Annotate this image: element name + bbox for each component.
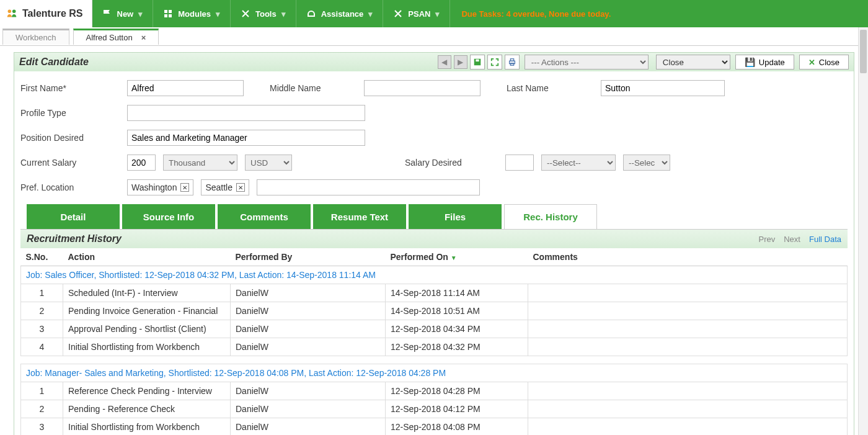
close-button[interactable]: ✕ Close bbox=[799, 55, 849, 70]
current-salary-input[interactable] bbox=[127, 155, 156, 171]
history-row: 2Pending - Reference CheckDanielW12-Sep-… bbox=[21, 400, 848, 418]
svg-point-1 bbox=[12, 10, 16, 13]
menu-assistance[interactable]: Assistance ▾ bbox=[296, 0, 384, 27]
recruitment-history-panel: Recruitment History Prev Next Full Data … bbox=[20, 229, 848, 435]
salary-unit-select[interactable]: Thousand bbox=[163, 155, 237, 171]
cell-comments bbox=[528, 320, 848, 338]
menu-label: Tools bbox=[255, 9, 277, 19]
cell-action: Scheduled (Int-F) - Interview bbox=[63, 284, 231, 302]
job-header-row[interactable]: Job: Sales Officer, Shortlisted: 12-Sep-… bbox=[21, 266, 848, 284]
location-chip-seattle: Seattle ✕ bbox=[201, 179, 249, 195]
cell-on: 12-Sep-2018 04:34 PM bbox=[386, 320, 528, 338]
history-row: 1Scheduled (Int-F) - InterviewDanielW14-… bbox=[21, 284, 848, 302]
subtab-comments[interactable]: Comments bbox=[218, 204, 311, 229]
menu-modules[interactable]: Modules ▾ bbox=[153, 0, 231, 27]
profile-type-input[interactable] bbox=[127, 105, 365, 121]
svg-rect-3 bbox=[169, 10, 172, 13]
cell-on: 12-Sep-2018 04:32 PM bbox=[386, 338, 528, 356]
first-name-label: First Name* bbox=[20, 83, 120, 93]
close-icon[interactable]: × bbox=[141, 33, 146, 42]
middle-name-input[interactable] bbox=[364, 80, 480, 96]
cell-action: Initial Shortlisting from Workbench bbox=[63, 338, 231, 356]
menu-psan[interactable]: PSAN ▾ bbox=[383, 0, 450, 27]
col-label: Performed On bbox=[391, 252, 448, 262]
vertical-scrollbar[interactable] bbox=[858, 27, 868, 435]
cell-on: 12-Sep-2018 04:08 PM bbox=[386, 418, 528, 436]
cell-sno: 2 bbox=[21, 302, 63, 320]
chevron-down-icon: ▾ bbox=[216, 9, 220, 19]
expand-icon-button[interactable] bbox=[487, 55, 502, 70]
subtab-resume-text[interactable]: Resume Text bbox=[313, 204, 406, 229]
location-add-input[interactable] bbox=[257, 179, 480, 195]
salary-desired-currency-select[interactable]: --Selec bbox=[623, 155, 670, 171]
candidate-subtabs: Detail Source Info Comments Resume Text … bbox=[20, 204, 848, 229]
history-table: S.No. Action Performed By Performed On▼ … bbox=[20, 248, 848, 435]
scrollbar-thumb[interactable] bbox=[860, 30, 867, 73]
chevron-down-icon: ▾ bbox=[138, 9, 143, 19]
cell-by: DanielW bbox=[231, 320, 386, 338]
cell-sno: 1 bbox=[21, 382, 63, 400]
cell-comments bbox=[528, 284, 848, 302]
actions-dropdown[interactable]: --- Actions --- bbox=[525, 55, 649, 70]
wrench-icon bbox=[393, 9, 403, 19]
cell-by: DanielW bbox=[231, 284, 386, 302]
col-action[interactable]: Action bbox=[63, 248, 231, 266]
subtab-detail[interactable]: Detail bbox=[27, 204, 120, 229]
middle-name-label: Middle Name bbox=[270, 83, 356, 93]
chevron-down-icon: ▾ bbox=[435, 9, 440, 19]
save-icon-button[interactable] bbox=[470, 55, 485, 70]
history-title: Recruitment History bbox=[27, 233, 750, 244]
update-button[interactable]: 💾 Update bbox=[735, 55, 794, 70]
salary-currency-select[interactable]: USD bbox=[245, 155, 292, 171]
cell-by: DanielW bbox=[231, 302, 386, 320]
menu-label: Assistance bbox=[321, 9, 364, 19]
history-row: 2Pending Invoice Generation - FinancialD… bbox=[21, 302, 848, 320]
menu-label: New bbox=[117, 9, 134, 19]
salary-desired-unit-select[interactable]: --Select-- bbox=[541, 155, 616, 171]
subtab-rec-history[interactable]: Rec. History bbox=[504, 204, 597, 229]
history-next-link[interactable]: Next bbox=[784, 235, 800, 244]
cell-comments bbox=[528, 400, 848, 418]
col-performed-on[interactable]: Performed On▼ bbox=[386, 248, 528, 266]
tab-candidate[interactable]: Alfred Sutton × bbox=[73, 29, 159, 45]
first-name-input[interactable] bbox=[127, 80, 244, 96]
puzzle-icon bbox=[163, 9, 173, 19]
candidate-form: First Name* Middle Name Last Name Profil… bbox=[14, 71, 854, 435]
cell-by: DanielW bbox=[231, 382, 386, 400]
subtab-source-info[interactable]: Source Info bbox=[122, 204, 215, 229]
disk-icon bbox=[473, 58, 482, 66]
subtab-files[interactable]: Files bbox=[409, 204, 502, 229]
remove-chip-icon[interactable]: ✕ bbox=[236, 183, 245, 192]
notification-text: Due Tasks: 4 overdue, None due today. bbox=[461, 9, 611, 19]
history-full-data-link[interactable]: Full Data bbox=[809, 235, 841, 244]
next-record-button[interactable]: ▶ bbox=[454, 55, 467, 69]
svg-rect-10 bbox=[510, 63, 513, 66]
job-header-row[interactable]: Job: Manager- Sales and Marketing, Short… bbox=[21, 364, 848, 382]
col-performed-by[interactable]: Performed By bbox=[231, 248, 386, 266]
close-dropdown[interactable]: Close bbox=[656, 55, 730, 70]
cell-on: 12-Sep-2018 04:28 PM bbox=[386, 382, 528, 400]
salary-desired-input[interactable] bbox=[505, 155, 534, 171]
notification-bar[interactable]: Due Tasks: 4 overdue, None due today. bbox=[450, 0, 868, 27]
save-icon: 💾 bbox=[745, 57, 755, 67]
print-icon-button[interactable] bbox=[505, 55, 520, 70]
history-prev-link[interactable]: Prev bbox=[759, 235, 776, 244]
menu-label: PSAN bbox=[408, 9, 430, 19]
history-row: 1Reference Check Pending - InterviewDani… bbox=[21, 382, 848, 400]
cell-sno: 3 bbox=[21, 418, 63, 436]
last-name-input[interactable] bbox=[601, 80, 725, 96]
col-sno[interactable]: S.No. bbox=[21, 248, 63, 266]
position-desired-input[interactable] bbox=[127, 130, 365, 146]
cell-action: Pending - Reference Check bbox=[63, 400, 231, 418]
menu-tools[interactable]: Tools ▾ bbox=[231, 0, 296, 27]
tools-icon bbox=[241, 9, 250, 19]
brand-logo: Talenture RS bbox=[0, 0, 92, 27]
history-row: 4Initial Shortlisting from WorkbenchDani… bbox=[21, 338, 848, 356]
prev-record-button[interactable]: ◀ bbox=[438, 55, 451, 69]
col-comments[interactable]: Comments bbox=[528, 248, 848, 266]
menu-new[interactable]: New ▾ bbox=[92, 0, 154, 27]
cell-comments bbox=[528, 418, 848, 436]
tab-workbench[interactable]: Workbench bbox=[2, 29, 69, 45]
menu-label: Modules bbox=[178, 9, 211, 19]
remove-chip-icon[interactable]: ✕ bbox=[180, 183, 189, 192]
